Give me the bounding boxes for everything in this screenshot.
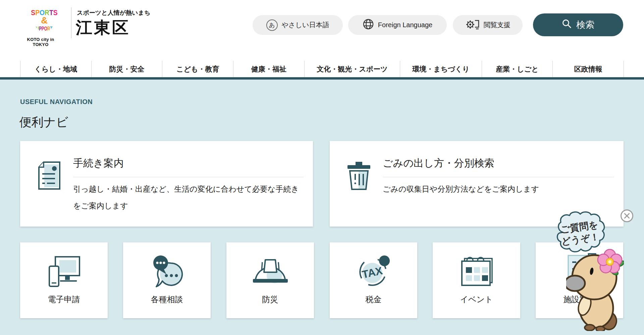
quick-card-label: イベント <box>460 294 493 305</box>
quick-card-disaster[interactable]: 防災 <box>226 242 314 318</box>
nav-item-bunka[interactable]: 文化・観光・スポーツ <box>304 61 400 77</box>
document-icon <box>37 160 62 192</box>
search-icon <box>562 19 572 31</box>
devices-icon <box>47 254 82 289</box>
divider <box>383 177 614 177</box>
useful-navigation-eyebrow: USEFUL NAVIGATION <box>20 98 93 106</box>
search-label: 検索 <box>577 19 595 31</box>
a-circle-icon: あ <box>266 19 278 31</box>
browse-support-button[interactable]: 閲覧支援 <box>453 15 523 35</box>
quick-card-label: 防災 <box>262 294 278 305</box>
sports-supports-heart-icon: SPORTS & SUPPORTS <box>21 4 68 36</box>
quick-card-consultation[interactable]: 各種相談 <box>123 242 211 318</box>
logo-letter-row: SUPPORTS <box>34 26 55 32</box>
quick-card-label: 税金 <box>366 294 382 305</box>
foreign-language-button[interactable]: Foreign Language <box>348 15 447 35</box>
site-header: SPORTS & SUPPORTS KOTO city in TOKYO スポー… <box>0 0 644 80</box>
feature-card-procedures[interactable]: 手続き案内 引っ越し・結婚・出産など、生活の変化に合わせて必要な手続きをご案内し… <box>20 141 313 227</box>
easy-japanese-label: やさしい日本語 <box>282 20 329 30</box>
logo-letter-row: & <box>41 15 48 26</box>
feature-card-title: 手続き案内 <box>73 156 304 170</box>
chatbot-close-button[interactable] <box>620 209 634 223</box>
city-tagline: スポーツと人情が熱いまち <box>77 9 150 17</box>
quick-card-events[interactable]: イベント <box>433 242 520 318</box>
nav-item-kurashi[interactable]: くらし・地域 <box>20 61 91 77</box>
logo-divider <box>71 7 71 38</box>
foreign-language-label: Foreign Language <box>378 21 432 29</box>
calendar-icon <box>459 254 494 289</box>
easy-japanese-button[interactable]: あ やさしい日本語 <box>253 15 343 35</box>
divider <box>73 177 304 177</box>
global-nav: くらし・地域 防災・安全 こども・教育 健康・福祉 文化・観光・スポーツ 環境・… <box>20 61 624 77</box>
trash-icon <box>346 160 371 192</box>
feature-card-title: ごみの出し方・分別検索 <box>383 156 614 170</box>
nav-item-kenkou[interactable]: 健康・福祉 <box>233 61 304 77</box>
quick-card-tax[interactable]: TAX 税金 <box>330 242 417 318</box>
tax-icon: TAX <box>356 254 391 289</box>
nav-item-kusei[interactable]: 区政情報 <box>552 61 624 77</box>
nav-item-kankyou[interactable]: 環境・まちづくり <box>400 61 481 77</box>
nav-item-kodomo[interactable]: こども・教育 <box>162 61 233 77</box>
nav-item-sangyou[interactable]: 産業・しごと <box>482 61 553 77</box>
quick-card-label: 電子申請 <box>48 294 80 305</box>
city-name: 江東区 <box>76 17 130 39</box>
search-button[interactable]: 検索 <box>533 13 623 36</box>
feature-card-content: ごみの出し方・分別検索 ごみの収集日や分別方法などをご案内します <box>383 156 614 197</box>
feature-card-content: 手続き案内 引っ越し・結婚・出産など、生活の変化に合わせて必要な手続きをご案内し… <box>73 156 304 214</box>
globe-icon <box>363 18 374 32</box>
browse-support-label: 閲覧支援 <box>484 20 511 30</box>
helmet-icon <box>252 254 289 289</box>
logo-caption: KOTO city in TOKYO <box>19 37 62 47</box>
quick-card-label: 各種相談 <box>151 294 183 305</box>
feature-card-description: 引っ越し・結婚・出産など、生活の変化に合わせて必要な手続きをご案内します <box>73 181 304 214</box>
nav-item-bousai[interactable]: 防災・安全 <box>91 61 162 77</box>
koto-city-mascot[interactable] <box>566 248 624 331</box>
koto-city-logo[interactable]: SPORTS & SUPPORTS <box>21 4 68 38</box>
quick-card-e-application[interactable]: 電子申請 <box>20 242 108 318</box>
header-accent-rule <box>0 77 644 80</box>
close-icon <box>620 209 634 223</box>
gear-monitor-icon <box>465 18 480 32</box>
chat-bubbles-icon <box>150 254 184 289</box>
page-title: 便利ナビ <box>19 114 68 131</box>
feature-card-description: ごみの収集日や分別方法などをご案内します <box>383 181 614 197</box>
